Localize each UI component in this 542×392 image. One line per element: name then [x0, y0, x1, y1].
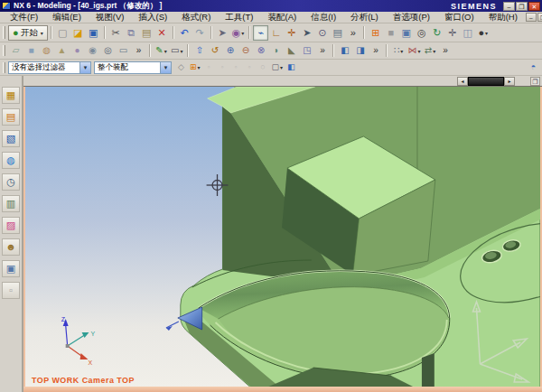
selection-scope-dropdown[interactable]: 整个装配 ▼: [94, 61, 172, 74]
menu-insert[interactable]: 插入(S): [131, 12, 174, 23]
system-materials-icon[interactable]: ▥: [2, 195, 20, 212]
extrude-icon[interactable]: ⇧: [192, 43, 207, 58]
history-icon[interactable]: ◷: [2, 173, 20, 191]
hole-icon[interactable]: ◎: [100, 43, 116, 58]
mdi-restore-button[interactable]: ❐: [537, 13, 542, 22]
scroll-right-icon[interactable]: ▸: [504, 77, 515, 86]
mdi-minimize-button[interactable]: –: [526, 13, 537, 22]
touch-mode-icon[interactable]: ➤: [215, 25, 230, 41]
marquee-select-icon[interactable]: ▢▾: [270, 61, 285, 74]
intersection-point-icon[interactable]: ◦: [243, 61, 257, 74]
menu-tools[interactable]: 工具(T): [218, 12, 260, 23]
menu-format[interactable]: 格式(R): [174, 12, 218, 23]
sketch-icon[interactable]: ✎▾: [154, 43, 169, 58]
constraint-navigator-icon[interactable]: ▤: [2, 108, 20, 126]
point-tool-icon[interactable]: ✛: [284, 25, 299, 41]
part-navigator-icon[interactable]: ▧: [2, 130, 20, 147]
menu-assemblies[interactable]: 装配(A): [261, 12, 304, 23]
clip-window-icon[interactable]: ❐: [530, 77, 540, 86]
selection-filter-dropdown[interactable]: 没有选择过滤器 ▼: [8, 61, 91, 74]
scrollbar-thumb[interactable]: [468, 77, 504, 86]
toolbar-grip[interactable]: [3, 26, 5, 39]
overflow-chevron-icon[interactable]: »: [345, 25, 360, 41]
rectangle-tool-icon[interactable]: ▭▾: [169, 43, 184, 58]
dropdown-arrow-icon[interactable]: ▼: [160, 62, 171, 73]
zoom-window-icon[interactable]: ▣: [398, 25, 414, 41]
edge-blend-icon[interactable]: ◗: [268, 43, 284, 58]
snap-toggle-icon[interactable]: ⊙: [314, 25, 330, 41]
intersect-icon[interactable]: ⊗: [253, 43, 268, 58]
block-icon[interactable]: ■: [23, 43, 39, 58]
viewport-canvas[interactable]: Z Y X TOP WORK Camera TOP: [23, 87, 542, 387]
fit-view-icon[interactable]: ⊞: [368, 25, 383, 41]
menu-view[interactable]: 视图(V): [89, 12, 132, 23]
select-arrow-icon[interactable]: ➤: [299, 25, 314, 41]
arc-center-icon[interactable]: ○: [257, 61, 270, 74]
overflow-chevron-icon[interactable]: »: [314, 43, 330, 58]
start-button[interactable]: ●开始▾: [8, 25, 48, 41]
menu-preferences[interactable]: 首选项(P): [386, 12, 437, 23]
move-face-icon[interactable]: ⇄▾: [422, 43, 437, 58]
datum-csys-icon[interactable]: ∟: [268, 25, 284, 41]
toolbar-grip[interactable]: [3, 62, 5, 73]
scenes-icon[interactable]: ▣: [2, 260, 20, 277]
toolbar-dock-icon[interactable]: ◓: [527, 61, 540, 74]
overflow-chevron-icon[interactable]: »: [131, 43, 146, 58]
sphere-icon[interactable]: ●: [70, 43, 85, 58]
horizontal-scrollbar[interactable]: ◂ ▸: [457, 77, 515, 86]
pan-view-icon[interactable]: ✛: [444, 25, 460, 41]
subtract-icon[interactable]: ⊖: [238, 43, 253, 58]
shaded-view-icon[interactable]: ■: [383, 25, 398, 41]
assembly-navigator-icon[interactable]: ▦: [2, 87, 20, 104]
menu-information[interactable]: 信息(I): [304, 12, 343, 23]
command-finder-icon[interactable]: ◉▾: [230, 25, 247, 41]
redo-icon[interactable]: ↷: [192, 25, 208, 41]
close-button[interactable]: ✕: [528, 2, 540, 11]
orient-wcs-icon[interactable]: ⌁: [253, 25, 268, 41]
cylinder-icon[interactable]: ◍: [39, 43, 54, 58]
internet-icon[interactable]: ◍: [2, 152, 20, 169]
undo-icon[interactable]: ↶: [177, 25, 192, 41]
menu-help[interactable]: 帮助(H): [481, 12, 525, 23]
paste-icon[interactable]: ▤: [139, 25, 154, 41]
delete-icon[interactable]: ✕: [154, 25, 170, 41]
control-point-icon[interactable]: ◦: [229, 61, 243, 74]
menu-analysis[interactable]: 分析(L): [343, 12, 386, 23]
shell-icon[interactable]: ◳: [299, 43, 314, 58]
end-point-icon[interactable]: ◦: [202, 61, 216, 74]
toolbar-grip[interactable]: [3, 45, 5, 57]
wireframe-view-icon[interactable]: ◫: [460, 25, 475, 41]
rotate-view-icon[interactable]: ↻: [429, 25, 444, 41]
scroll-left-icon[interactable]: ◂: [457, 77, 468, 86]
restore-button[interactable]: ❐: [516, 2, 528, 11]
roles-icon[interactable]: ☻: [2, 238, 20, 256]
3d-scene[interactable]: Z Y X TOP WORK Camera TOP: [25, 87, 540, 387]
cut-icon[interactable]: ✂: [108, 25, 124, 41]
boss-icon[interactable]: ◉: [85, 43, 100, 58]
blank-tab[interactable]: ▫: [2, 282, 20, 299]
overflow-chevron-icon[interactable]: »: [368, 43, 383, 58]
save-icon[interactable]: ▣: [86, 25, 101, 41]
copy-icon[interactable]: ⧉: [124, 25, 139, 41]
solid-body-select-icon[interactable]: ◧: [285, 61, 298, 74]
new-file-icon[interactable]: ▢: [55, 25, 70, 41]
pad-icon[interactable]: ▭: [116, 43, 131, 58]
mid-point-icon[interactable]: ◦: [216, 61, 229, 74]
chamfer-icon[interactable]: ◣: [284, 43, 299, 58]
minimize-button[interactable]: –: [503, 2, 515, 11]
cone-icon[interactable]: ▲: [54, 43, 70, 58]
quick-pick-icon[interactable]: ▤: [330, 25, 345, 41]
dropdown-arrow-icon[interactable]: ▼: [79, 62, 90, 73]
snap-point-icon[interactable]: ◇: [174, 61, 188, 74]
overflow-chevron-icon[interactable]: »: [437, 43, 453, 58]
render-style-icon[interactable]: ●▾: [475, 25, 491, 41]
snap-grid-icon[interactable]: ⊞▾: [188, 61, 202, 74]
palette-icon[interactable]: ▨: [2, 217, 20, 234]
mirror-feature-icon[interactable]: ⋈▾: [406, 43, 422, 58]
revolve-icon[interactable]: ↺: [207, 43, 222, 58]
ruled-surface-icon[interactable]: ◨: [352, 43, 368, 58]
open-icon[interactable]: ◪: [70, 25, 86, 41]
menu-edit[interactable]: 编辑(E): [45, 12, 89, 23]
zoom-icon[interactable]: ◎: [414, 25, 429, 41]
menu-window[interactable]: 窗口(O): [437, 12, 481, 23]
